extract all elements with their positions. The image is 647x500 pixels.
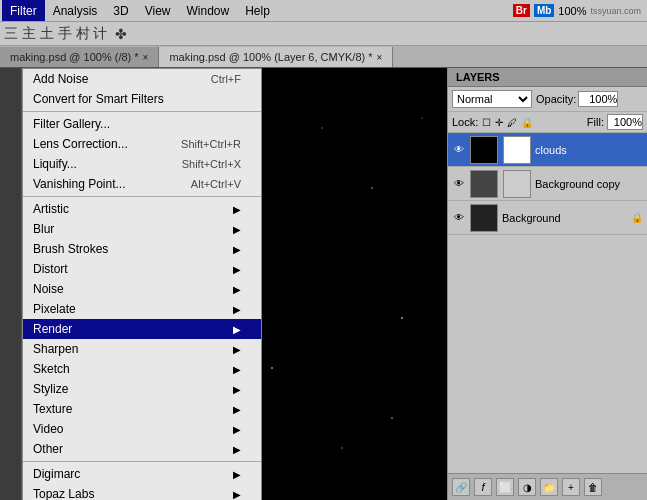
menu-item-sharpen[interactable]: Sharpen ▶ bbox=[23, 339, 261, 359]
svg-point-17 bbox=[421, 117, 422, 118]
arrow-icon-pixelate: ▶ bbox=[233, 304, 241, 315]
layer-mask-bg-copy bbox=[503, 170, 531, 198]
opacity-control: Opacity: bbox=[536, 91, 618, 107]
menu-item-liquify[interactable]: Liquify... Shift+Ctrl+X bbox=[23, 154, 261, 174]
menu-item-brush-strokes[interactable]: Brush Strokes ▶ bbox=[23, 239, 261, 259]
menu-item-sketch[interactable]: Sketch ▶ bbox=[23, 359, 261, 379]
menu-item-digimarc[interactable]: Digimarc ▶ bbox=[23, 464, 261, 484]
layer-item-clouds[interactable]: 👁 clouds bbox=[448, 133, 647, 167]
opacity-input[interactable] bbox=[578, 91, 618, 107]
layer-name-bg-copy: Background copy bbox=[535, 178, 643, 190]
add-mask-btn[interactable]: ⬜ bbox=[496, 478, 514, 496]
menu-item-pixelate[interactable]: Pixelate ▶ bbox=[23, 299, 261, 319]
menu-item-distort[interactable]: Distort ▶ bbox=[23, 259, 261, 279]
menubar-item-filter[interactable]: Filter bbox=[2, 0, 45, 21]
tab-close-2[interactable]: × bbox=[377, 52, 383, 63]
svg-point-20 bbox=[391, 417, 393, 419]
layers-controls: Normal Opacity: bbox=[448, 87, 647, 112]
layer-thumb-background bbox=[470, 204, 498, 232]
lock-move-icon[interactable]: ✛ bbox=[495, 117, 503, 128]
new-layer-btn[interactable]: + bbox=[562, 478, 580, 496]
menu-item-lens-correction[interactable]: Lens Correction... Shift+Ctrl+R bbox=[23, 134, 261, 154]
lock-all-icon[interactable]: 🔒 bbox=[521, 117, 533, 128]
menu-item-stylize[interactable]: Stylize ▶ bbox=[23, 379, 261, 399]
layers-footer: 🔗 f ⬜ ◑ 📁 + 🗑 bbox=[448, 473, 647, 500]
layer-name-background: Background bbox=[502, 212, 627, 224]
separator-1 bbox=[23, 111, 261, 112]
menubar-item-view[interactable]: View bbox=[137, 0, 179, 21]
lock-paint-icon[interactable]: 🖊 bbox=[507, 117, 517, 128]
layers-panel: LAYERS Normal Opacity: Lock: ☐ ✛ 🖊 🔒 Fil… bbox=[447, 68, 647, 500]
svg-point-11 bbox=[341, 447, 343, 449]
menu-item-noise[interactable]: Noise ▶ bbox=[23, 279, 261, 299]
br-icon: Br bbox=[513, 4, 530, 17]
zoom-indicator: 100% bbox=[558, 5, 586, 17]
arrow-icon-stylize: ▶ bbox=[233, 384, 241, 395]
arrow-icon-sketch: ▶ bbox=[233, 364, 241, 375]
layer-thumb-clouds bbox=[470, 136, 498, 164]
arrow-icon-blur: ▶ bbox=[233, 224, 241, 235]
tab-close-1[interactable]: × bbox=[143, 52, 149, 63]
main-area: Add Noise Ctrl+F Convert for Smart Filte… bbox=[0, 68, 647, 500]
layer-lock-icon: 🔒 bbox=[631, 212, 643, 223]
arrow-icon-sharpen: ▶ bbox=[233, 344, 241, 355]
menu-item-add-noise[interactable]: Add Noise Ctrl+F bbox=[23, 69, 261, 89]
menubar: Filter Analysis 3D View Window Help Br M… bbox=[0, 0, 647, 22]
arrow-icon-digimarc: ▶ bbox=[233, 469, 241, 480]
menubar-item-analysis[interactable]: Analysis bbox=[45, 0, 106, 21]
blend-mode-select[interactable]: Normal bbox=[452, 90, 532, 108]
eye-icon-clouds[interactable]: 👁 bbox=[452, 143, 466, 157]
toolbar-icon-extra: ✤ bbox=[115, 26, 127, 42]
separator-3 bbox=[23, 461, 261, 462]
menu-item-other[interactable]: Other ▶ bbox=[23, 439, 261, 459]
arrow-icon-texture: ▶ bbox=[233, 404, 241, 415]
menu-item-vanishing-point[interactable]: Vanishing Point... Alt+Ctrl+V bbox=[23, 174, 261, 194]
filter-menu: Add Noise Ctrl+F Convert for Smart Filte… bbox=[22, 68, 262, 500]
lock-check-icon[interactable]: ☐ bbox=[482, 117, 491, 128]
link-layers-btn[interactable]: 🔗 bbox=[452, 478, 470, 496]
svg-point-4 bbox=[321, 127, 322, 128]
lock-row: Lock: ☐ ✛ 🖊 🔒 Fill: bbox=[448, 112, 647, 133]
group-btn[interactable]: 📁 bbox=[540, 478, 558, 496]
fx-btn[interactable]: f bbox=[474, 478, 492, 496]
arrow-icon-other: ▶ bbox=[233, 444, 241, 455]
menubar-item-help[interactable]: Help bbox=[237, 0, 278, 21]
layer-item-bg-copy[interactable]: 👁 Background copy bbox=[448, 167, 647, 201]
adjustment-btn[interactable]: ◑ bbox=[518, 478, 536, 496]
layer-mask-clouds bbox=[503, 136, 531, 164]
delete-layer-btn[interactable]: 🗑 bbox=[584, 478, 602, 496]
eye-icon-background[interactable]: 👁 bbox=[452, 211, 466, 225]
toolbar: 三 主 土 手 村 计 ✤ bbox=[0, 22, 647, 46]
arrow-icon-video: ▶ bbox=[233, 424, 241, 435]
layer-item-background[interactable]: 👁 Background 🔒 bbox=[448, 201, 647, 235]
menu-item-filter-gallery[interactable]: Filter Gallery... bbox=[23, 114, 261, 134]
eye-icon-bg-copy[interactable]: 👁 bbox=[452, 177, 466, 191]
tool-sidebar bbox=[0, 68, 22, 500]
canvas-area: Add Noise Ctrl+F Convert for Smart Filte… bbox=[22, 68, 447, 500]
menubar-item-window[interactable]: Window bbox=[179, 0, 238, 21]
layer-thumb-bg-copy bbox=[470, 170, 498, 198]
mb-icon: Mb bbox=[534, 4, 554, 17]
arrow-icon-topaz: ▶ bbox=[233, 489, 241, 500]
arrow-icon-brush: ▶ bbox=[233, 244, 241, 255]
tab-making-2[interactable]: making.psd @ 100% (Layer 6, CMYK/8) * × bbox=[159, 47, 393, 67]
menu-item-convert-smart[interactable]: Convert for Smart Filters bbox=[23, 89, 261, 109]
menu-item-blur[interactable]: Blur ▶ bbox=[23, 219, 261, 239]
arrow-icon-render: ▶ bbox=[233, 324, 241, 335]
menu-item-render[interactable]: Render ▶ bbox=[23, 319, 261, 339]
menu-item-texture[interactable]: Texture ▶ bbox=[23, 399, 261, 419]
menubar-item-3d[interactable]: 3D bbox=[105, 0, 136, 21]
arrow-icon-noise: ▶ bbox=[233, 284, 241, 295]
svg-point-13 bbox=[401, 317, 403, 319]
fill-input[interactable] bbox=[607, 114, 643, 130]
menu-item-artistic[interactable]: Artistic ▶ bbox=[23, 199, 261, 219]
svg-point-9 bbox=[271, 367, 273, 369]
menu-item-video[interactable]: Video ▶ bbox=[23, 419, 261, 439]
svg-point-7 bbox=[371, 187, 373, 189]
svg-point-14 bbox=[312, 248, 313, 249]
menu-item-topaz[interactable]: Topaz Labs ▶ bbox=[23, 484, 261, 500]
layer-name-clouds: clouds bbox=[535, 144, 643, 156]
tab-making-1[interactable]: making.psd @ 100% (/8) * × bbox=[0, 47, 159, 67]
tabbar: making.psd @ 100% (/8) * × making.psd @ … bbox=[0, 46, 647, 68]
arrow-icon-artistic: ▶ bbox=[233, 204, 241, 215]
